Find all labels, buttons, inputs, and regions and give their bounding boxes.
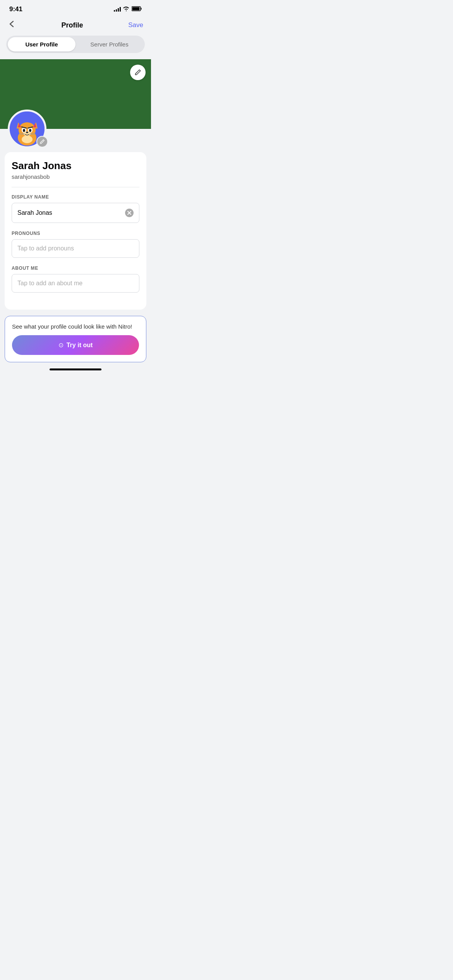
nitro-banner: See what your profile could look like wi… bbox=[5, 316, 146, 362]
segment-control: User Profile Server Profiles bbox=[6, 36, 145, 53]
display-name-field[interactable] bbox=[12, 203, 139, 223]
nitro-button-label: Try it out bbox=[67, 342, 93, 349]
avatar-wrapper bbox=[8, 110, 46, 148]
avatar-edit-button[interactable] bbox=[36, 136, 48, 147]
status-time: 9:41 bbox=[9, 5, 22, 13]
pronouns-input[interactable] bbox=[17, 245, 134, 252]
display-name-input[interactable] bbox=[17, 209, 125, 216]
svg-point-12 bbox=[23, 129, 25, 132]
status-icons bbox=[114, 6, 142, 12]
nav-bar: Profile Save bbox=[0, 16, 151, 36]
segment-user-profile[interactable]: User Profile bbox=[8, 37, 76, 51]
page-title: Profile bbox=[62, 21, 83, 29]
svg-point-13 bbox=[29, 129, 31, 132]
clear-icon bbox=[127, 211, 132, 215]
profile-card: Sarah Jonas sarahjonasbob DISPLAY NAME P… bbox=[5, 152, 146, 310]
divider bbox=[12, 187, 139, 187]
display-name-label: DISPLAY NAME bbox=[12, 194, 139, 200]
battery-icon bbox=[132, 6, 142, 12]
back-button[interactable] bbox=[8, 20, 16, 30]
user-display-name: Sarah Jonas bbox=[12, 160, 139, 172]
save-button[interactable]: Save bbox=[128, 21, 143, 29]
banner-edit-button[interactable] bbox=[130, 65, 146, 80]
svg-point-22 bbox=[22, 135, 33, 143]
status-bar: 9:41 bbox=[0, 0, 151, 16]
about-me-label: ABOUT ME bbox=[12, 266, 139, 271]
home-indicator bbox=[50, 368, 101, 370]
user-handle: sarahjonasbob bbox=[12, 173, 139, 180]
nitro-promo-text: See what your profile could look like wi… bbox=[12, 323, 139, 330]
svg-point-17 bbox=[26, 132, 28, 133]
nitro-try-button[interactable]: ⊙ Try it out bbox=[12, 335, 139, 355]
profile-banner bbox=[0, 59, 151, 129]
nitro-icon: ⊙ bbox=[58, 341, 63, 349]
about-me-field[interactable] bbox=[12, 274, 139, 293]
pencil-icon bbox=[134, 69, 141, 76]
clear-display-name-button[interactable] bbox=[125, 209, 134, 217]
signal-icon bbox=[114, 7, 121, 12]
avatar-pencil-icon bbox=[39, 139, 45, 144]
wifi-icon bbox=[123, 7, 129, 12]
svg-rect-2 bbox=[132, 7, 140, 10]
pronouns-field[interactable] bbox=[12, 239, 139, 258]
segment-server-profiles[interactable]: Server Profiles bbox=[76, 37, 143, 51]
about-me-input[interactable] bbox=[17, 280, 134, 287]
pronouns-label: PRONOUNS bbox=[12, 231, 139, 236]
svg-rect-1 bbox=[141, 8, 142, 10]
